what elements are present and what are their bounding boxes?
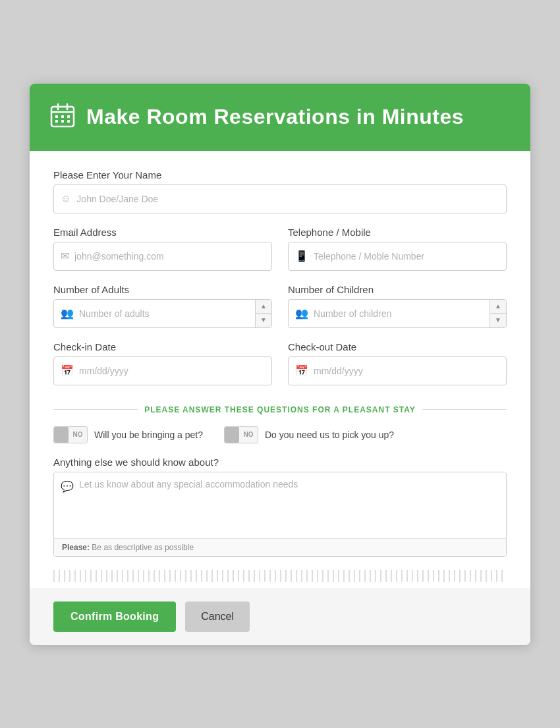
adults-input[interactable] [79,308,255,319]
svg-rect-5 [61,115,64,118]
pet-question-text: Will you be bringing a pet? [94,430,203,440]
phone-icon: 📱 [295,250,308,262]
checkin-input[interactable] [79,366,265,376]
modal-footer: Confirm Booking Cancel [30,588,530,645]
checkout-label: Check-out Date [288,341,507,352]
confirm-booking-button[interactable]: Confirm Booking [53,602,176,632]
children-input[interactable] [314,308,490,319]
svg-rect-8 [61,120,64,123]
name-input[interactable] [76,194,499,204]
pickup-toggle-label: NO [239,431,258,438]
email-label: Email Address [53,227,272,238]
name-input-wrapper: ☺ [53,184,507,213]
adults-icon: 👥 [61,307,74,320]
special-label: Anything else we should know about? [53,457,507,468]
svg-rect-4 [55,115,58,118]
hint-bold: Please: [62,543,90,552]
phone-label: Telephone / Mobile [288,227,507,238]
user-icon: ☺ [61,193,71,205]
children-icon: 👥 [295,307,308,320]
comment-icon: 💬 [61,480,74,493]
toggle-row: NO Will you be bringing a pet? NO Do you… [53,426,507,443]
adults-decrement[interactable]: ▼ [256,314,271,327]
wavy-divider [53,570,507,582]
svg-rect-7 [55,120,58,123]
pet-toggle-item: NO Will you be bringing a pet? [53,426,203,443]
hint-text: Be as descriptive as possible [90,543,194,552]
divider-line-left [53,409,138,410]
cancel-button[interactable]: Cancel [185,602,250,632]
modal-body: Please Enter Your Name ☺ Email Address ✉… [30,151,530,588]
children-input-wrapper: 👥 ▲ ▼ [288,299,507,328]
dates-row: Check-in Date 📅 Check-out Date 📅 [53,341,507,399]
pickup-question-text: Do you need us to pick you up? [265,430,394,440]
special-textarea-inner: 💬 [54,472,506,538]
pickup-toggle[interactable]: NO [224,426,258,443]
page-title: Make Room Reservations in Minutes [86,105,464,129]
adults-group: Number of Adults 👥 ▲ ▼ [53,284,272,328]
svg-rect-6 [67,115,70,118]
name-group: Please Enter Your Name ☺ [53,169,507,213]
children-increment[interactable]: ▲ [490,300,506,314]
calendar-icon [49,102,76,132]
checkin-group: Check-in Date 📅 [53,341,272,385]
special-textarea[interactable] [79,479,499,532]
adults-input-wrapper: 👥 ▲ ▼ [53,299,272,328]
pet-toggle-label: NO [69,431,87,438]
children-spinner: ▲ ▼ [490,300,506,327]
adults-label: Number of Adults [53,284,272,295]
checkout-group: Check-out Date 📅 [288,341,507,385]
name-label: Please Enter Your Name [53,169,507,181]
email-icon: ✉ [61,250,69,262]
reservation-modal: Make Room Reservations in Minutes Please… [30,84,530,645]
checkout-input[interactable] [314,366,499,376]
divider-line-right [422,409,507,410]
adults-spinner: ▲ ▼ [255,300,271,327]
checkout-input-wrapper: 📅 [288,356,507,385]
checkin-calendar-icon: 📅 [61,364,74,377]
pickup-toggle-thumb [225,427,239,443]
svg-rect-9 [67,120,70,123]
questions-divider: PLEASE ANSWER THESE QUESTIONS FOR A PLEA… [53,405,507,414]
pet-toggle-thumb [54,427,69,443]
email-group: Email Address ✉ [53,227,272,271]
divider-text: PLEASE ANSWER THESE QUESTIONS FOR A PLEA… [144,405,416,414]
checkin-input-wrapper: 📅 [53,356,272,385]
modal-header: Make Room Reservations in Minutes [30,84,530,151]
special-group: Anything else we should know about? 💬 Pl… [53,457,507,557]
pet-toggle[interactable]: NO [53,426,88,443]
special-textarea-wrapper: 💬 Please: Be as descriptive as possible [53,472,507,557]
children-decrement[interactable]: ▼ [490,314,506,327]
adults-children-row: Number of Adults 👥 ▲ ▼ Number of Childre… [53,284,507,341]
email-input[interactable] [74,251,265,262]
pickup-toggle-item: NO Do you need us to pick you up? [224,426,394,443]
email-input-wrapper: ✉ [53,242,272,271]
checkout-calendar-icon: 📅 [295,364,308,377]
phone-input[interactable] [314,251,499,262]
phone-group: Telephone / Mobile 📱 [288,227,507,271]
children-label: Number of Children [288,284,507,295]
adults-increment[interactable]: ▲ [256,300,271,314]
special-hint: Please: Be as descriptive as possible [54,538,506,556]
children-group: Number of Children 👥 ▲ ▼ [288,284,507,328]
email-phone-row: Email Address ✉ Telephone / Mobile 📱 [53,227,507,284]
phone-input-wrapper: 📱 [288,242,507,271]
checkin-label: Check-in Date [53,341,272,352]
